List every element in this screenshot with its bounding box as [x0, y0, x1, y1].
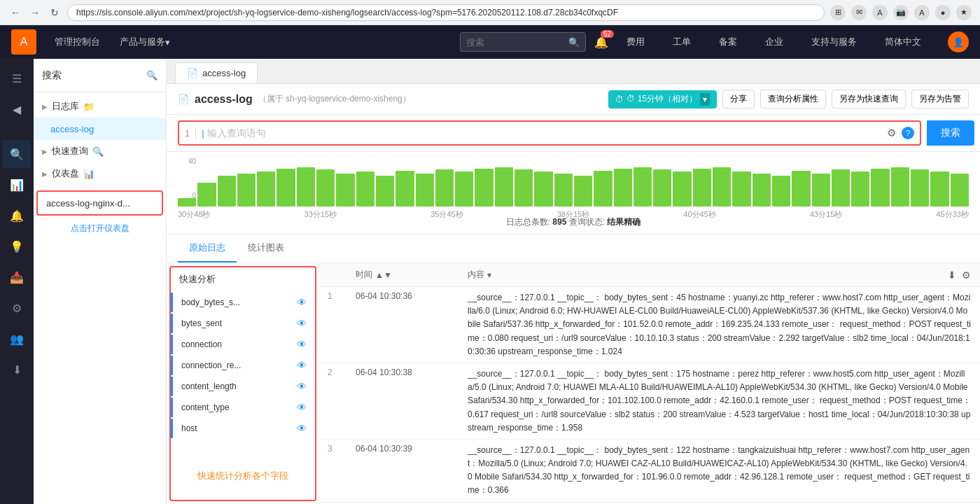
- content-label: 内容: [468, 269, 484, 281]
- sidebar-icon-import[interactable]: 📥: [3, 263, 31, 291]
- sidebar-icon-search[interactable]: 🔍: [3, 140, 31, 168]
- sidebar-item-logstore[interactable]: ▶ 日志库 📁: [34, 95, 166, 118]
- tab-raw-log[interactable]: 原始日志: [178, 234, 237, 262]
- qa-item[interactable]: content_length👁: [171, 377, 315, 396]
- nav-fee[interactable]: 费用: [617, 25, 654, 59]
- extension-icon-7[interactable]: ★: [956, 5, 972, 20]
- quick-query-label: 快速查询: [52, 145, 88, 158]
- time-range-button[interactable]: ⏱ ⏱ 15分钟（相对） ▾: [608, 90, 717, 108]
- sidebar-icon-users[interactable]: 👥: [3, 325, 31, 353]
- qa-item[interactable]: body_bytes_s...👁: [171, 293, 315, 312]
- log-rows: 1 06-04 10:30:36 __source__：127.0.0.1 __…: [319, 287, 980, 504]
- nav-ticket[interactable]: 工单: [663, 25, 701, 59]
- log-table-area: 原始日志 统计图表 快速分析 body_bytes_s...👁bytes_sen…: [167, 234, 980, 504]
- chart-label: 33分15秒: [304, 209, 337, 220]
- sidebar-icon-alert[interactable]: 🔔: [3, 202, 31, 230]
- sidebar-icon-more[interactable]: ⬇: [3, 356, 31, 384]
- col-actions-header: ⬇ ⚙: [938, 270, 980, 281]
- chart-bar: [951, 174, 969, 206]
- qa-eye-icon[interactable]: 👁: [297, 318, 307, 329]
- chart-bar: [276, 169, 295, 206]
- qa-eye-icon[interactable]: 👁: [297, 423, 307, 434]
- sidebar-icon-settings[interactable]: ⚙: [3, 294, 31, 322]
- table-row: 3 06-04 10:30:39 __source__：127.0.0.1 __…: [319, 440, 980, 503]
- extension-icon-6[interactable]: ●: [935, 5, 951, 20]
- nav-enterprise[interactable]: 企业: [755, 25, 793, 59]
- extension-icon-3[interactable]: A: [872, 5, 888, 20]
- log-header: 📄 access-log （属于 sh-yq-logservice-demo-x…: [167, 84, 980, 115]
- sidebar-item-quick-query[interactable]: ▶ 快速查询 🔍: [34, 140, 166, 162]
- refresh-button[interactable]: ↻: [48, 6, 62, 20]
- search-submit-button[interactable]: 搜索: [927, 120, 974, 146]
- back-button[interactable]: ←: [8, 6, 22, 20]
- nav-language[interactable]: 简体中文: [875, 25, 931, 59]
- clock-icon: ⏱: [615, 94, 624, 104]
- access-log-label: access-log: [50, 124, 94, 134]
- sidebar-icon-data[interactable]: 💡: [3, 232, 31, 260]
- extension-icon-1[interactable]: ⊞: [830, 5, 846, 20]
- nav-console[interactable]: 管理控制台: [45, 25, 110, 59]
- log-subtitle: （属于 sh-yq-logservice-demo-xisheng）: [258, 93, 411, 105]
- qa-item[interactable]: connection👁: [171, 335, 315, 354]
- qa-item[interactable]: content_type👁: [171, 398, 315, 417]
- filter-icon[interactable]: ▾: [487, 270, 491, 280]
- sidebar-section-logstore: ▶ 日志库 📁 access-log ▶ 快速查询 🔍 ▶ 仪表盘 📊: [34, 92, 166, 188]
- share-button[interactable]: 分享: [722, 90, 755, 108]
- sidebar-item-access-log[interactable]: access-log: [34, 118, 166, 140]
- row-time: 06-04 10:30:38: [347, 368, 459, 377]
- sidebar-item-nginx[interactable]: access-log-nginx-d...: [38, 192, 162, 214]
- nav-record[interactable]: 备案: [709, 25, 747, 59]
- col-time-header: 时间 ▲▼: [347, 269, 459, 281]
- sidebar-icon-collapse[interactable]: ◀: [3, 95, 31, 123]
- sidebar-icon-dashboard[interactable]: 📊: [3, 171, 31, 199]
- chart-bar: [396, 171, 414, 206]
- save-quick-button[interactable]: 另存为快速查询: [832, 90, 906, 108]
- qa-eye-icon[interactable]: 👁: [297, 381, 307, 392]
- url-bar[interactable]: https://sls.console.aliyun.com/next/proj…: [67, 4, 825, 21]
- forward-button[interactable]: →: [28, 6, 42, 20]
- settings-icon[interactable]: ⚙: [887, 127, 896, 139]
- app-header: A 管理控制台 产品与服务 🔍 🔔 62 费用 工单 备案 企业 支持与服务 简…: [0, 25, 980, 59]
- search-input[interactable]: [207, 127, 881, 139]
- sidebar-item-dashboard[interactable]: ▶ 仪表盘 📊: [34, 162, 166, 185]
- search-icon[interactable]: 🔍: [568, 37, 580, 48]
- sidebar-icon-menu[interactable]: ☰: [3, 64, 31, 92]
- open-dashboard-prompt[interactable]: 点击打开仪表盘: [34, 218, 166, 239]
- chart-bar: [930, 172, 948, 206]
- chart-bar: [673, 172, 691, 206]
- nginx-label: access-log-nginx-d...: [46, 198, 130, 209]
- logstore-icon: 📁: [83, 102, 94, 112]
- log-rows-panel: 时间 ▲▼ 内容 ▾ ⬇ ⚙ 1 06: [319, 263, 980, 504]
- settings-icon[interactable]: ⚙: [962, 270, 971, 281]
- chart-bar: [713, 167, 731, 206]
- tab-access-log[interactable]: 📄 access-log: [175, 62, 258, 83]
- header-search-input[interactable]: [466, 37, 564, 48]
- analyze-button[interactable]: 查询分析属性: [760, 90, 826, 108]
- help-icon[interactable]: ?: [902, 127, 914, 139]
- qa-item[interactable]: bytes_sent👁: [171, 314, 315, 333]
- qa-item[interactable]: host👁: [171, 419, 315, 438]
- search-area: 1 | ⚙ ? 搜索: [167, 115, 980, 152]
- sidebar-search-icon[interactable]: 🔍: [146, 70, 158, 80]
- bell-button[interactable]: 🔔 62: [594, 36, 608, 49]
- qa-item[interactable]: connection_re...👁: [171, 356, 315, 375]
- highlighted-sidebar-box: access-log-nginx-d...: [36, 190, 163, 216]
- qa-eye-icon[interactable]: 👁: [297, 402, 307, 413]
- chart-container: 40 0 30分48秒33分15秒35分45秒38分15秒40分45秒43分15…: [178, 158, 969, 214]
- chart-bar: [376, 176, 394, 206]
- qa-item-label: connection_re...: [181, 360, 297, 370]
- save-alert-button[interactable]: 另存为告警: [911, 90, 969, 108]
- extension-icon-2[interactable]: ✉: [851, 5, 867, 20]
- tab-stats[interactable]: 统计图表: [237, 234, 295, 262]
- user-avatar[interactable]: 👤: [948, 31, 969, 52]
- sort-icon[interactable]: ▲▼: [375, 270, 392, 280]
- qa-eye-icon[interactable]: 👁: [297, 297, 307, 308]
- download-icon[interactable]: ⬇: [948, 270, 956, 281]
- qa-eye-icon[interactable]: 👁: [297, 360, 307, 371]
- nav-support[interactable]: 支持与服务: [802, 25, 867, 59]
- nav-products[interactable]: 产品与服务: [110, 25, 180, 59]
- extension-icon-4[interactable]: 📷: [893, 5, 909, 20]
- qa-item-label: host: [181, 424, 297, 433]
- extension-icon-5[interactable]: A: [914, 5, 930, 20]
- qa-eye-icon[interactable]: 👁: [297, 339, 307, 350]
